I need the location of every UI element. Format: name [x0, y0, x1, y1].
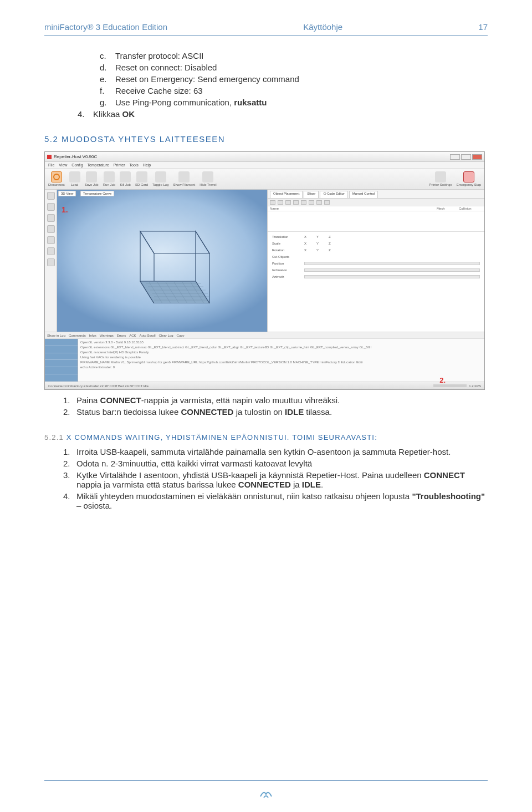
rt-btn[interactable] [301, 200, 306, 205]
tool-zoom[interactable] [47, 214, 55, 222]
filament-icon [178, 171, 190, 182]
tool-move[interactable] [47, 225, 55, 233]
rt-btn[interactable] [324, 200, 330, 205]
menu-view[interactable]: View [59, 163, 67, 167]
toggle-log-button[interactable]: Toggle Log [152, 171, 168, 186]
lb-copy[interactable]: Copy [177, 334, 185, 337]
right-tabs: Object Placement Slicer G-Code Editor Ma… [268, 190, 484, 199]
disconnect-button[interactable]: Disconnect [48, 171, 65, 186]
prop-scale: Scale [272, 242, 299, 245]
menu-printer[interactable]: Printer [114, 163, 125, 167]
text-e: Reset on Emergency: Send emergency comma… [115, 74, 299, 84]
slider-inclination[interactable] [304, 268, 480, 272]
menu-temperature[interactable]: Temperature [88, 163, 109, 167]
label-c: c. [100, 51, 115, 60]
window-titlebar: Repetier-Host V0.90C [45, 152, 484, 162]
tool-reset-view[interactable] [47, 192, 55, 200]
show-filament-button[interactable]: Show Filament [173, 171, 195, 186]
ts-1-text: Irroita USB-kaapeli, sammuta virtalähde … [76, 447, 488, 456]
slider-azimuth[interactable] [304, 275, 480, 278]
col-mesh: Mesh [434, 206, 457, 211]
gear-icon [435, 171, 446, 182]
lb-errors[interactable]: Errors [117, 334, 126, 337]
window-title: Repetier-Host V0.90C [54, 154, 97, 159]
section-5-2-1-title: 5.2.1 X COMMANDS WAITING, YHDISTÄMINEN E… [44, 433, 488, 441]
load-icon [69, 171, 80, 182]
save-job-button[interactable]: Save Job [85, 171, 99, 186]
menu-tools[interactable]: Tools [129, 163, 138, 167]
svg-marker-0 [140, 231, 209, 253]
label-4: 4. [78, 109, 93, 119]
log-panel: Show in Log Commands Infos Warnings Erro… [45, 332, 484, 382]
col-collision: Collision [457, 206, 484, 211]
log-icon [155, 171, 166, 182]
menu-config[interactable]: Config [71, 163, 83, 167]
kill-icon [120, 171, 131, 182]
lb-clearlog[interactable]: Clear Log [159, 334, 173, 337]
tab-manual-control[interactable]: Manual Control [349, 191, 378, 198]
stop-icon [463, 171, 474, 182]
rt-btn[interactable] [278, 200, 283, 205]
kill-job-button[interactable]: Kill Job [120, 171, 131, 186]
step-2-text: Status bar:n tiedoissa lukee CONNECTED j… [76, 407, 488, 417]
run-job-button[interactable]: Run Job [103, 171, 115, 186]
tool-parallel[interactable] [47, 258, 55, 266]
sd-icon [136, 171, 147, 182]
log-text: OpenGL version:3.3.0 - Build 9.18.10.316… [78, 339, 484, 382]
rt-btn[interactable] [285, 200, 291, 205]
prop-inclination: Inclination [272, 268, 299, 272]
annotation-marker-1: 1. [62, 205, 68, 214]
travel-icon [202, 171, 213, 182]
load-button[interactable]: Load [69, 171, 80, 186]
prop-cut[interactable]: Cut Objects [272, 255, 299, 258]
minimize-button[interactable] [450, 154, 460, 160]
menu-bar[interactable]: File View Config Temperature Printer Too… [45, 162, 484, 169]
tool-front[interactable] [47, 247, 55, 255]
ts-4-num: 4. [63, 491, 76, 510]
printer-settings-button[interactable]: Printer Settings [429, 171, 452, 186]
tool-top[interactable] [47, 236, 55, 244]
tool-rotate[interactable] [47, 203, 55, 211]
menu-file[interactable]: File [48, 163, 54, 167]
header-rule [44, 35, 488, 35]
3d-view[interactable]: 3D View Temperature Curve 1. [57, 190, 268, 332]
ts-4-text: Mikäli yhteyden muodostaminen ei vieläkä… [76, 491, 488, 510]
tab-gcode-editor[interactable]: G-Code Editor [320, 191, 347, 198]
ts-1-num: 1. [63, 447, 76, 456]
col-name: Name [268, 206, 434, 211]
right-mini-toolbar [268, 199, 484, 206]
save-icon [86, 171, 97, 182]
rt-btn[interactable] [316, 200, 322, 205]
ts-2-text: Odota n. 2-3minuuttia, että kaikki virra… [76, 459, 488, 468]
emergency-stop-button[interactable]: Emergency Stop [457, 171, 481, 186]
maximize-button[interactable] [461, 154, 471, 160]
slider-position[interactable] [304, 262, 480, 265]
sd-card-button[interactable]: SD Card [135, 171, 148, 186]
lb-commands[interactable]: Commands [69, 334, 86, 337]
tab-slicer[interactable]: Slicer [304, 191, 319, 198]
lb-warnings[interactable]: Warnings [100, 334, 114, 337]
status-progress [433, 384, 467, 387]
footer-logo-icon [258, 786, 274, 800]
hide-travel-button[interactable]: Hide Travel [200, 171, 216, 186]
power-icon [51, 171, 62, 182]
rt-btn[interactable] [309, 200, 314, 205]
close-button[interactable] [472, 154, 482, 160]
rt-btn[interactable] [293, 200, 299, 205]
step-1-num: 1. [63, 395, 76, 405]
lb-infos[interactable]: Infos [89, 334, 96, 337]
lb-ack[interactable]: ACK [129, 334, 136, 337]
rt-btn[interactable] [270, 200, 275, 205]
footer-rule [44, 780, 488, 781]
lb-autoscroll[interactable]: Auto Scroll [140, 334, 156, 337]
menu-help[interactable]: Help [143, 163, 151, 167]
header-left: miniFactory® 3 Education Edition [44, 22, 167, 32]
view-tab-temp[interactable]: Temperature Curve [80, 191, 114, 196]
connect-steps: 1.Paina CONNECT-nappia ja varmista, että… [63, 395, 488, 417]
troubleshoot-steps: 1.Irroita USB-kaapeli, sammuta virtalähd… [63, 447, 488, 510]
ts-3-num: 3. [63, 470, 76, 489]
object-table: Name Mesh Collision [268, 206, 484, 232]
window-buttons[interactable] [450, 154, 482, 160]
tab-object-placement[interactable]: Object Placement [270, 191, 303, 198]
view-tab-3d[interactable]: 3D View [58, 191, 76, 196]
